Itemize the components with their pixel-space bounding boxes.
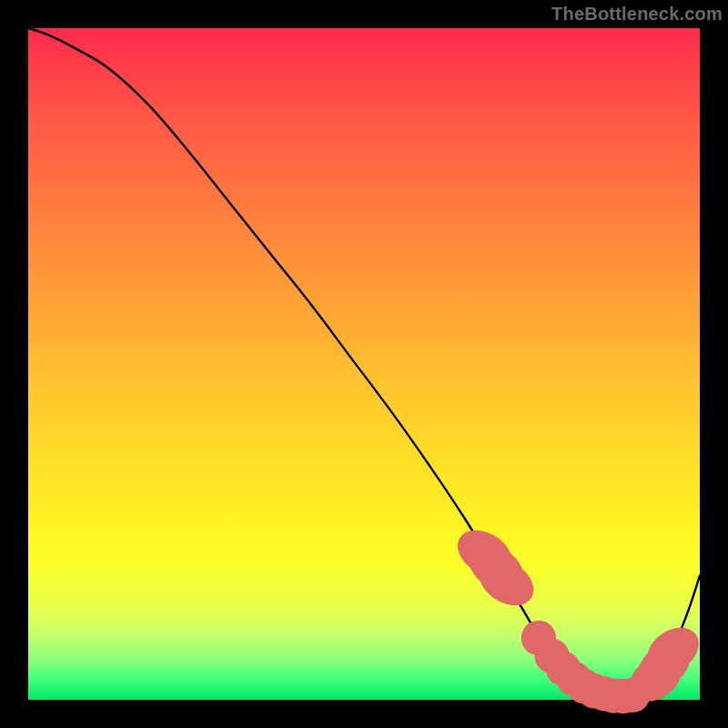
curve-svg xyxy=(28,28,700,700)
watermark-text: TheBottleneck.com xyxy=(551,4,723,25)
curve-markers xyxy=(450,521,708,713)
bottleneck-curve xyxy=(28,28,700,697)
chart-root: TheBottleneck.com xyxy=(0,0,728,728)
plot-area xyxy=(28,28,700,700)
